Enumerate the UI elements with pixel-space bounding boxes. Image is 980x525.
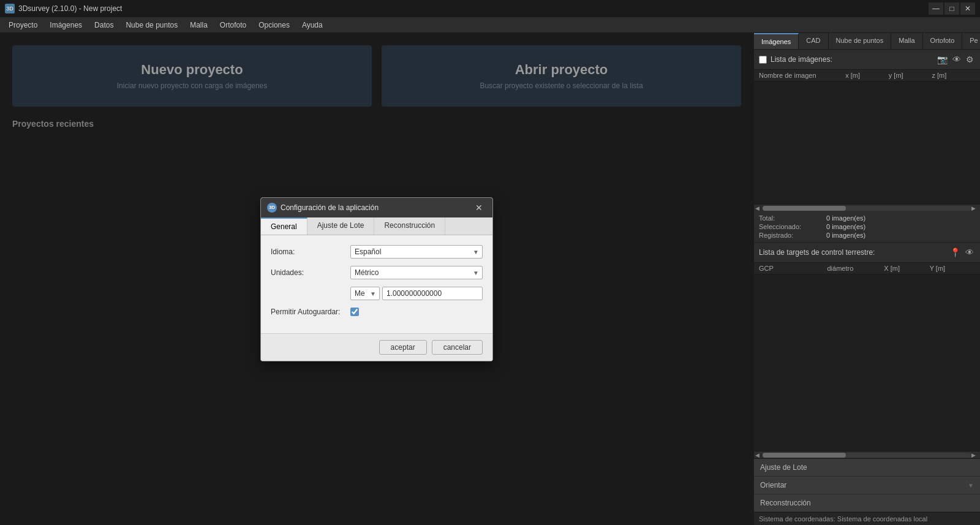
gcp-table-body bbox=[754, 274, 980, 451]
modal-overlay: 3D Configuración de la aplicación ✕ Gene… bbox=[0, 33, 753, 525]
gcp-col-gcp: GCP bbox=[759, 265, 827, 272]
right-panel: Imágenes CAD Nube de puntos Malla Ortofo… bbox=[753, 33, 980, 525]
stats-section: Total: 0 imagen(es) Seleccionado: 0 imag… bbox=[754, 211, 980, 243]
menu-malla[interactable]: Malla bbox=[184, 19, 214, 31]
left-panel: Nuevo proyecto Iniciar nuevo proyecto co… bbox=[0, 33, 753, 525]
tab-ortofoto[interactable]: Ortofoto bbox=[923, 33, 963, 49]
minimize-button[interactable]: — bbox=[929, 2, 943, 15]
metros-select-wrapper: Metros ▼ bbox=[350, 287, 380, 300]
stat-selected: Seleccionado: 0 imagen(es) bbox=[759, 222, 975, 231]
gcp-scrollbar-h[interactable]: ◀ ▶ bbox=[754, 451, 980, 458]
right-tabs-bar: Imágenes CAD Nube de puntos Malla Ortofo… bbox=[754, 33, 980, 50]
settings-dialog: 3D Configuración de la aplicación ✕ Gene… bbox=[260, 197, 493, 361]
tab-pe[interactable]: Pe bbox=[962, 33, 980, 49]
right-content: Lista de imágenes: 📷 👁 ⚙ Nombre de image… bbox=[754, 50, 980, 525]
gcp-table-header: GCP diámetro X [m] Y [m] bbox=[754, 263, 980, 274]
tab-nube-puntos[interactable]: Nube de puntos bbox=[829, 33, 892, 49]
images-section-header: Lista de imágenes: 📷 👁 ⚙ bbox=[754, 50, 980, 70]
stat-total: Total: 0 imagen(es) bbox=[759, 214, 975, 222]
gcp-location-icon[interactable]: 📍 bbox=[949, 246, 962, 259]
gcp-col-x: X [m] bbox=[884, 265, 929, 272]
dialog-tab-ajuste[interactable]: Ajuste de Lote bbox=[307, 217, 375, 235]
dialog-title-bar: 3D Configuración de la aplicación ✕ bbox=[261, 198, 492, 217]
images-list-label: Lista de imágenes: bbox=[771, 55, 832, 64]
maximize-button[interactable]: □ bbox=[944, 2, 959, 15]
dialog-close-button[interactable]: ✕ bbox=[472, 202, 486, 214]
menu-ayuda[interactable]: Ayuda bbox=[296, 19, 329, 31]
idioma-select[interactable]: Español bbox=[350, 245, 483, 259]
stat-total-value: 0 imagen(es) bbox=[826, 214, 865, 222]
idioma-select-wrapper: Español ▼ bbox=[350, 245, 483, 259]
camera-icon[interactable]: 📷 bbox=[936, 53, 949, 66]
close-button[interactable]: ✕ bbox=[960, 2, 975, 15]
unidades-select[interactable]: Métrico bbox=[350, 266, 483, 279]
stat-registered-label: Registrado: bbox=[759, 232, 826, 239]
settings-icon[interactable]: ⚙ bbox=[965, 53, 975, 66]
images-table-body bbox=[754, 81, 980, 204]
gcp-scroll-track[interactable] bbox=[763, 453, 971, 458]
stat-registered-value: 0 imagen(es) bbox=[826, 232, 865, 239]
units-row: Metros ▼ bbox=[350, 287, 483, 300]
tab-imagenes[interactable]: Imágenes bbox=[754, 33, 799, 49]
menu-ortofoto[interactable]: Ortofoto bbox=[214, 19, 252, 31]
batch-adjustment-button[interactable]: Ajuste de Lote bbox=[754, 459, 980, 477]
metros-select[interactable]: Metros bbox=[350, 287, 380, 300]
menu-opciones[interactable]: Opciones bbox=[252, 19, 296, 31]
dialog-tab-general[interactable]: General bbox=[261, 217, 307, 235]
title-bar-left: 3D 3Dsurvey (2.10.0) - New project bbox=[5, 4, 122, 13]
app-title: 3Dsurvey (2.10.0) - New project bbox=[18, 4, 122, 13]
title-bar-controls: — □ ✕ bbox=[929, 2, 975, 15]
autoguardar-row: Permitir Autoguardar: bbox=[271, 308, 483, 316]
dialog-title-left: 3D Configuración de la aplicación bbox=[267, 203, 379, 213]
gcp-eye-icon[interactable]: 👁 bbox=[964, 246, 975, 259]
idioma-label: Idioma: bbox=[271, 247, 350, 256]
menu-proyecto[interactable]: Proyecto bbox=[2, 19, 43, 31]
stat-selected-value: 0 imagen(es) bbox=[826, 223, 865, 230]
batch-adjustment-label: Ajuste de Lote bbox=[760, 463, 807, 472]
coord-system-text: Sistema de coordenadas: Sistema de coord… bbox=[759, 515, 927, 523]
accept-button[interactable]: aceptar bbox=[379, 340, 427, 355]
images-list-checkbox[interactable] bbox=[759, 56, 767, 64]
cancel-button[interactable]: cancelar bbox=[432, 340, 483, 355]
menu-nube-puntos[interactable]: Nube de puntos bbox=[119, 19, 184, 31]
dialog-tab-reconstruccion[interactable]: Reconstrucción bbox=[374, 217, 445, 235]
eye-icon[interactable]: 👁 bbox=[951, 53, 962, 66]
dialog-icon: 3D bbox=[267, 203, 277, 213]
scroll-thumb[interactable] bbox=[763, 206, 846, 211]
dialog-title: Configuración de la aplicación bbox=[281, 203, 379, 212]
stat-selected-label: Seleccionado: bbox=[759, 223, 826, 230]
menu-datos[interactable]: Datos bbox=[88, 19, 119, 31]
gcp-col-y: Y [m] bbox=[930, 265, 975, 272]
menu-bar: Proyecto Imágenes Datos Nube de puntos M… bbox=[0, 17, 980, 33]
coord-bar: Sistema de coordenadas: Sistema de coord… bbox=[754, 512, 980, 525]
app-icon: 3D bbox=[5, 4, 15, 13]
bottom-buttons: Ajuste de Lote Orientar ▼ Reconstrucción bbox=[754, 458, 980, 512]
gcp-scroll-thumb[interactable] bbox=[763, 453, 846, 458]
gcp-label: Lista de targets de control terrestre: bbox=[759, 248, 875, 257]
tab-malla[interactable]: Malla bbox=[891, 33, 922, 49]
scroll-right-arrow[interactable]: ▶ bbox=[971, 205, 979, 211]
tab-cad[interactable]: CAD bbox=[799, 33, 828, 49]
col-x: x [m] bbox=[845, 72, 889, 79]
gcp-section-header: Lista de targets de control terrestre: 📍… bbox=[754, 243, 980, 263]
orient-arrow: ▼ bbox=[968, 482, 974, 489]
reconstruct-button[interactable]: Reconstrucción bbox=[754, 494, 980, 512]
gcp-col-diam: diámetro bbox=[827, 265, 884, 272]
menu-imagenes[interactable]: Imágenes bbox=[43, 19, 88, 31]
gcp-scroll-left[interactable]: ◀ bbox=[755, 452, 763, 458]
title-bar: 3D 3Dsurvey (2.10.0) - New project — □ ✕ bbox=[0, 0, 980, 17]
metros-row: Metros ▼ bbox=[271, 287, 483, 300]
gcp-scroll-right[interactable]: ▶ bbox=[971, 452, 979, 458]
dialog-footer: aceptar cancelar bbox=[261, 333, 492, 361]
images-scrollbar-h[interactable]: ◀ ▶ bbox=[754, 204, 980, 211]
autoguardar-checkbox[interactable] bbox=[350, 308, 359, 316]
unidades-label: Unidades: bbox=[271, 268, 350, 277]
gcp-section-icons: 📍 👁 bbox=[949, 246, 975, 259]
scroll-track[interactable] bbox=[763, 206, 971, 211]
orient-label: Orientar bbox=[760, 481, 786, 489]
orient-button[interactable]: Orientar ▼ bbox=[754, 477, 980, 494]
metros-factor-input[interactable] bbox=[382, 287, 483, 300]
scroll-left-arrow[interactable]: ◀ bbox=[755, 205, 763, 211]
dialog-tabs: General Ajuste de Lote Reconstrucción bbox=[261, 217, 492, 235]
dialog-body: Idioma: Español ▼ Unidades: bbox=[261, 235, 492, 333]
